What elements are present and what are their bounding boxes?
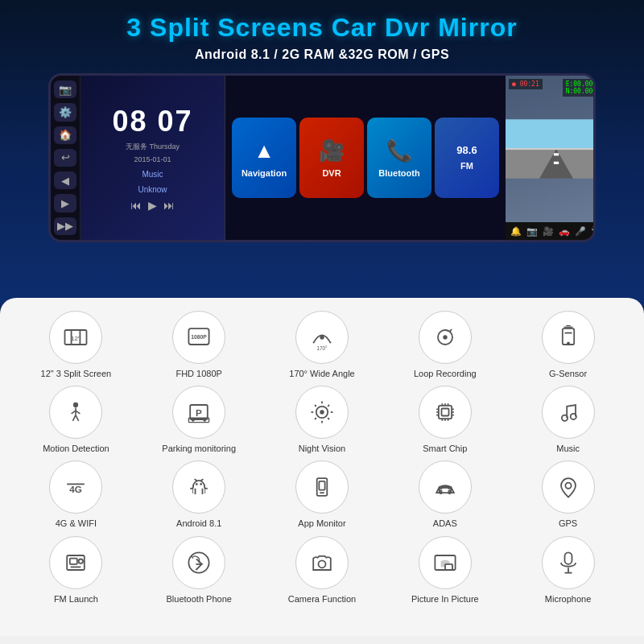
bt-icon: 📞 (386, 138, 412, 163)
svg-point-78 (79, 559, 83, 563)
nav-button[interactable]: ▲ Navigation (232, 118, 296, 198)
svg-point-12 (320, 335, 324, 339)
label-android: Android 8.1 (176, 518, 221, 529)
svg-point-15 (443, 335, 447, 339)
feature-smartchip: Smart Chip (385, 386, 505, 454)
tb-icon2: 📷 (526, 226, 538, 237)
feature-mic: Microphone (508, 536, 628, 605)
icon-android (172, 460, 225, 514)
label-nightvision: Night Vision (299, 444, 346, 454)
camera-icon: 📷 (54, 80, 76, 98)
svg-text:4G: 4G (70, 485, 83, 495)
mirror-left-bar: 📷 ⚙️ 🏠 ↩ ◀ ▶ ▶▶ (51, 76, 80, 240)
icon-motion (49, 386, 102, 439)
svg-line-37 (315, 418, 316, 419)
label-camera: Camera Function (288, 594, 356, 605)
feature-music: Music (508, 386, 628, 454)
icon-loop (419, 311, 472, 364)
svg-rect-85 (445, 564, 452, 569)
icon-pip (419, 536, 472, 589)
icon-fmlaunch (49, 536, 102, 589)
mirror-main: 08 07 无服务 Thursday 2015-01-01 Music Unkn… (80, 76, 596, 240)
tb-icon5: 🎤 (575, 226, 586, 237)
nav-icon: ▲ (254, 138, 275, 163)
label-gsensor: G-Sensor (549, 369, 587, 379)
svg-line-67 (200, 479, 204, 481)
feature-appmonitor: App Monitor (262, 460, 382, 529)
music-track: Unknow (138, 185, 167, 194)
svg-point-18 (567, 341, 570, 345)
dvr-button[interactable]: 🎥 DVR (299, 118, 364, 198)
label-fmlaunch: FM Launch (54, 594, 98, 605)
tb-icon3: 🎥 (543, 226, 554, 237)
label-mic: Microphone (545, 594, 591, 605)
feature-parking: P Parking monitoring (139, 386, 259, 454)
svg-point-40 (320, 410, 324, 414)
tb-icon4: 🚗 (559, 226, 570, 237)
icon-appmonitor (295, 460, 349, 514)
next-track-icon[interactable]: ⏭ (163, 199, 175, 212)
svg-point-29 (192, 419, 195, 422)
svg-rect-77 (70, 558, 77, 564)
feature-1080p: 1080P FHD 1080P (139, 311, 259, 379)
bottom-section: 12" 12" 3 Split Screen 1080P FHD 1080P (0, 298, 644, 636)
svg-text:12": 12" (71, 335, 80, 342)
svg-line-25 (76, 415, 79, 421)
icon-nightvision (295, 386, 349, 439)
dvr-label: DVR (322, 168, 341, 178)
icon-parking: P (172, 386, 225, 439)
feature-12inch: 12" 12" 3 Split Screen (16, 311, 136, 379)
svg-line-39 (315, 405, 316, 407)
svg-rect-74 (442, 489, 448, 493)
icon-adas (419, 460, 472, 514)
icon-gps (542, 460, 595, 514)
icon-1080p: 1080P (172, 311, 225, 364)
play-icon: ▶ (54, 194, 76, 212)
feature-adas: ADAS (385, 460, 505, 529)
svg-text:P: P (196, 407, 202, 418)
feature-motion: Motion Detection (16, 386, 136, 454)
label-loop: Loop Recording (414, 369, 477, 379)
label-1080p: FHD 1080P (175, 369, 221, 379)
feature-4g: 4G 4G & WIFI (16, 460, 136, 529)
next-icon: ▶▶ (54, 217, 76, 235)
feature-camera: Camera Function (262, 536, 382, 605)
svg-rect-42 (441, 409, 448, 416)
prev-track-icon[interactable]: ⏮ (130, 199, 142, 212)
features-grid: 12" 12" 3 Split Screen 1080P FHD 1080P (16, 311, 628, 605)
clock-service: 无服务 Thursday (126, 142, 180, 152)
feature-fmlaunch: FM Launch (16, 536, 136, 605)
road-svg (506, 76, 596, 222)
nav-label: Navigation (242, 168, 287, 178)
toolbar-bottom: 🔔 📷 🎥 🚗 🎤 🔧 (506, 222, 596, 240)
top-section: 3 Split Screens Car Dvr Mirror Android 8… (0, 0, 644, 306)
icon-4g: 4G (49, 460, 102, 514)
tb-icon6: 🔧 (591, 226, 596, 237)
icon-12inch: 12" (49, 311, 102, 364)
clock-date: 2015-01-01 (134, 155, 171, 163)
label-4g: 4G & WIFI (56, 518, 97, 529)
play-pause-icon[interactable]: ▶ (148, 199, 157, 212)
bluetooth-button[interactable]: 📞 Bluetooth (367, 118, 431, 198)
svg-rect-0 (506, 119, 596, 149)
svg-rect-3 (554, 153, 559, 155)
music-controls: ⏮ ▶ ⏭ (130, 199, 175, 212)
fm-button[interactable]: 98.6 FM (435, 118, 499, 198)
clock-section: 08 07 无服务 Thursday 2015-01-01 Music Unkn… (80, 76, 225, 240)
fm-freq: 98.6 (456, 145, 477, 156)
svg-point-30 (204, 419, 207, 422)
svg-rect-4 (554, 162, 559, 164)
feature-bluetooth: Bluetooth Phone (139, 536, 259, 605)
camera-feed: ● 00:21 E:00.0000N:00.0000 (506, 76, 596, 222)
label-music: Music (556, 444, 580, 454)
settings-icon: ⚙️ (54, 103, 76, 121)
feature-loop: Loop Recording (385, 311, 505, 379)
feature-pip: Picture In Picture (385, 536, 505, 605)
label-appmonitor: App Monitor (298, 518, 345, 529)
svg-rect-41 (439, 406, 452, 419)
clock-time: 08 07 (112, 105, 192, 138)
bt-label: Bluetooth (378, 168, 419, 178)
prev-icon: ◀ (54, 171, 76, 189)
label-adas: ADAS (433, 518, 457, 529)
icon-bluetooth (172, 536, 225, 589)
